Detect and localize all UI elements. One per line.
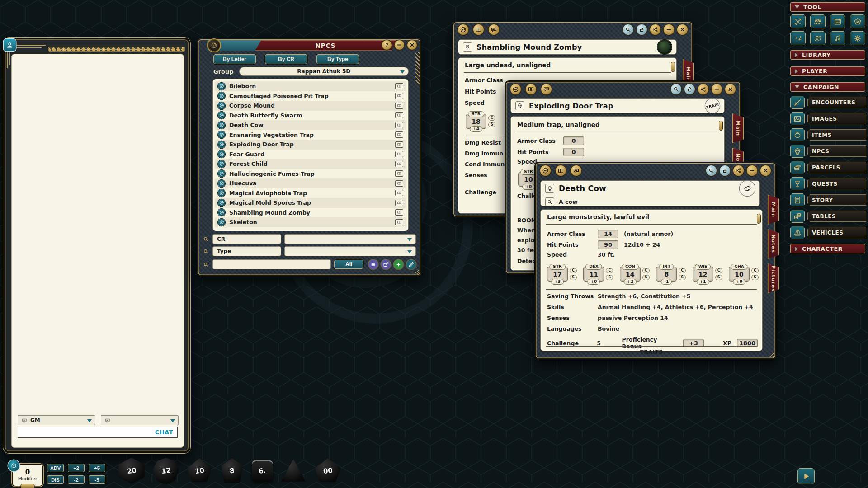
npc-list-item[interactable]: Ensnaring Vegetation Trap	[215, 130, 406, 140]
window-control-button[interactable]	[760, 165, 771, 176]
window-control-button[interactable]	[706, 165, 717, 176]
npc-list-item[interactable]: Corpse Mound	[215, 101, 406, 111]
check-save-toggles[interactable]: CS	[679, 268, 686, 280]
ability-block[interactable]: INT 8 -1 CS	[656, 267, 686, 282]
titlebar-tool-button[interactable]	[458, 24, 468, 35]
list-action-button[interactable]	[406, 260, 416, 269]
sheet-tab[interactable]: Main	[732, 113, 744, 143]
window-control-button[interactable]	[698, 84, 708, 94]
ability-block[interactable]: STR 17 +3 CS	[547, 267, 577, 282]
cr-filter-label[interactable]: CR	[212, 234, 281, 244]
roll-modifier-button[interactable]: DIS	[47, 475, 64, 484]
sidebar-section-player[interactable]: PLAYER	[790, 66, 865, 76]
play-button[interactable]	[797, 468, 815, 484]
npcs-titlebar[interactable]: NPCS	[197, 38, 421, 52]
sort-tab[interactable]: By Type	[316, 54, 359, 64]
scrollbar-knob[interactable]	[719, 121, 722, 130]
sidebar-section-character[interactable]: CHARACTER	[790, 244, 865, 253]
die[interactable]: 8	[220, 458, 245, 484]
npc-token[interactable]	[657, 40, 672, 54]
hit-points-value[interactable]: 0	[563, 148, 584, 156]
chat-speaker-select[interactable]: GM	[18, 415, 95, 425]
list-action-button[interactable]	[394, 260, 403, 269]
scrollbar-knob[interactable]	[757, 214, 760, 223]
modifier-dice-icon[interactable]	[8, 460, 19, 471]
gm-identity-button[interactable]	[4, 39, 16, 51]
open-record-button[interactable]	[395, 83, 403, 89]
ability-block[interactable]: DEX 11 +0 CS	[583, 267, 613, 282]
group-select[interactable]: Rappan Athuk 5D	[239, 67, 409, 76]
roll-toggle[interactable]: S	[488, 122, 495, 127]
sheet-name-bar[interactable]: Shambling Mound Zomby	[458, 39, 677, 55]
npc-list-item[interactable]: Death Butterfly Swarm	[215, 111, 406, 121]
ability-block[interactable]: CON 14 +2 CS	[620, 267, 650, 282]
roll-toggle[interactable]: C	[488, 115, 495, 121]
npc-list-item[interactable]: Death Cow	[215, 120, 406, 130]
die[interactable]: 00	[314, 458, 342, 484]
titlebar-tool-button[interactable]	[510, 84, 521, 94]
npc-list-item[interactable]: Skeleton	[215, 217, 406, 227]
window-control-button[interactable]	[671, 84, 681, 94]
npc-list-item[interactable]: Exploding Door Trap	[215, 140, 406, 150]
roll-modifier-button[interactable]: -5	[89, 475, 105, 484]
check-save-toggles[interactable]: CS	[751, 268, 759, 280]
titlebar-tool-button[interactable]	[473, 24, 484, 35]
open-record-button[interactable]	[395, 180, 403, 187]
sheet-titlebar[interactable]	[505, 81, 741, 97]
roll-modifier-button[interactable]: -2	[68, 475, 85, 484]
window-control-button[interactable]	[407, 40, 417, 50]
window-control-button[interactable]	[684, 84, 695, 94]
npc-list-item[interactable]: Bileborn	[215, 81, 406, 91]
window-control-button[interactable]	[733, 165, 744, 176]
ability-str[interactable]: STR 18 +4 CS	[466, 114, 495, 129]
tool-button[interactable]	[790, 14, 806, 28]
chat-target-select[interactable]	[101, 415, 179, 425]
tool-button[interactable]	[830, 31, 845, 45]
open-record-button[interactable]	[395, 170, 403, 177]
open-record-button[interactable]	[395, 151, 403, 157]
titlebar-tool-button[interactable]	[571, 165, 581, 176]
npc-list-item[interactable]: Forest Child	[215, 159, 406, 169]
campaign-item[interactable]: QUESTS	[790, 177, 866, 190]
open-record-button[interactable]	[395, 209, 403, 216]
titlebar-tool-button[interactable]	[489, 24, 499, 35]
cr-filter-select[interactable]	[284, 234, 416, 244]
open-record-button[interactable]	[395, 161, 403, 167]
window-control-button[interactable]	[747, 165, 757, 176]
window-control-button[interactable]	[664, 24, 674, 35]
tool-button[interactable]	[850, 14, 865, 28]
npc-list-item[interactable]: Fear Guard	[215, 150, 406, 160]
list-action-button[interactable]	[381, 260, 391, 269]
npc-list-item[interactable]: Hallucinogenic Fumes Trap	[215, 169, 406, 179]
campaign-item[interactable]: STORY	[790, 193, 866, 206]
campaign-item[interactable]: PARCELS	[790, 161, 866, 174]
search-input[interactable]	[212, 259, 331, 269]
die[interactable]	[280, 458, 307, 484]
sort-tab[interactable]: By CR	[265, 54, 307, 64]
npc-list-item[interactable]: Magical Aviophobia Trap	[215, 188, 406, 198]
sheet-titlebar[interactable]	[535, 162, 776, 178]
sort-tab[interactable]: By Letter	[213, 54, 256, 64]
campaign-item[interactable]: ITEMS	[790, 128, 866, 141]
open-record-button[interactable]	[395, 200, 403, 206]
die[interactable]: 10	[186, 458, 212, 484]
campaign-item[interactable]: NPCS	[790, 145, 866, 158]
roll-modifier-button[interactable]: +5	[89, 464, 105, 472]
tool-button[interactable]	[810, 14, 826, 28]
open-record-button[interactable]	[395, 103, 403, 109]
open-record-button[interactable]	[395, 93, 403, 99]
window-control-button[interactable]	[712, 84, 722, 94]
check-save-toggles[interactable]: CS	[715, 268, 722, 280]
sidebar-section-campaign[interactable]: CAMPAIGN	[790, 82, 865, 92]
scrollbar-knob[interactable]	[671, 62, 675, 71]
window-control-button[interactable]	[637, 24, 647, 35]
window-control-button[interactable]	[720, 165, 730, 176]
open-record-button[interactable]	[395, 122, 403, 128]
window-control-button[interactable]	[623, 24, 633, 35]
titlebar-tool-button[interactable]	[556, 165, 566, 176]
chat-log[interactable]: GM CHAT	[11, 54, 184, 448]
npc-list-item[interactable]: Magical Mold Spores Trap	[215, 198, 406, 208]
check-save-toggles[interactable]: CS	[606, 268, 613, 280]
list-action-button[interactable]	[368, 260, 378, 269]
window-control-button[interactable]	[725, 84, 736, 94]
